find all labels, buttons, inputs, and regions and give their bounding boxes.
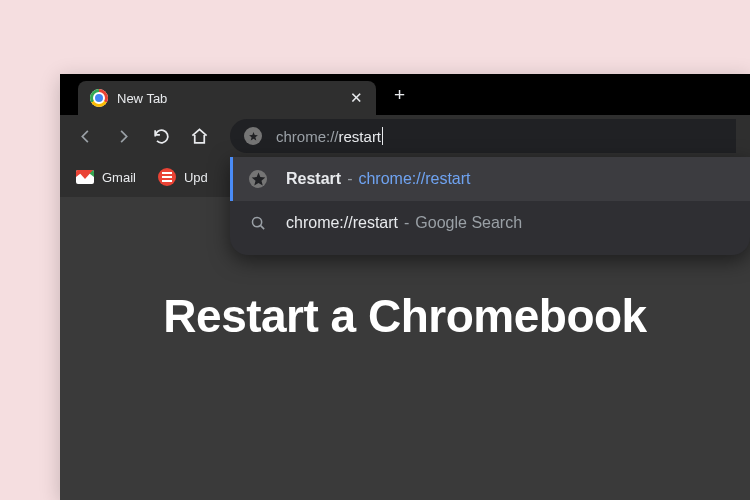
bookmark-label: Gmail xyxy=(102,170,136,185)
new-tab-button[interactable]: + xyxy=(394,84,405,106)
browser-tab[interactable]: New Tab ✕ xyxy=(78,81,376,115)
bookmark-star-icon xyxy=(244,127,262,145)
gmail-icon xyxy=(76,170,94,184)
suggestion-item[interactable]: Restart - chrome://restart xyxy=(230,157,750,201)
close-icon[interactable]: ✕ xyxy=(348,89,364,107)
url-text: chrome://restart xyxy=(276,127,383,145)
bookmark-updates[interactable]: Upd xyxy=(158,168,208,186)
tab-title: New Tab xyxy=(117,91,339,106)
suggestion-item[interactable]: chrome://restart - Google Search xyxy=(230,201,750,245)
search-icon xyxy=(248,213,268,233)
home-button[interactable] xyxy=(188,125,210,147)
toolbar: chrome://restart xyxy=(60,115,750,157)
page-headline: Restart a Chromebook xyxy=(163,289,646,343)
browser-window: New Tab ✕ + chrome://restart Gmail Upd R… xyxy=(60,74,750,500)
bookmark-star-icon xyxy=(248,169,268,189)
bookmark-label: Upd xyxy=(184,170,208,185)
suggestion-text: chrome://restart - Google Search xyxy=(286,214,522,232)
tab-strip: New Tab ✕ + xyxy=(60,74,750,115)
chrome-icon xyxy=(90,89,108,107)
selection-indicator xyxy=(230,157,233,201)
back-button[interactable] xyxy=(74,125,96,147)
svg-point-0 xyxy=(252,217,261,226)
bookmark-gmail[interactable]: Gmail xyxy=(76,170,136,185)
omnibox-dropdown: Restart - chrome://restart chrome://rest… xyxy=(230,157,750,255)
suggestion-text: Restart - chrome://restart xyxy=(286,170,471,188)
updates-icon xyxy=(158,168,176,186)
forward-button[interactable] xyxy=(112,125,134,147)
reload-button[interactable] xyxy=(150,125,172,147)
text-cursor xyxy=(382,127,383,145)
address-bar[interactable]: chrome://restart xyxy=(230,119,736,153)
